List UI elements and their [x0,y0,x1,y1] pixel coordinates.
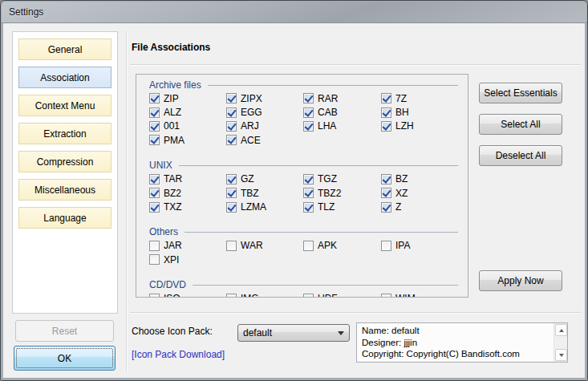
checkbox-item-iso[interactable]: ISO [149,292,226,298]
checkbox-item-cab[interactable]: CAB [303,105,381,119]
apply-now-button[interactable]: Apply Now [479,270,562,291]
checkbox-label: APK [318,240,337,251]
checked-checkbox-icon[interactable] [381,188,391,198]
reset-button[interactable]: Reset [15,320,114,342]
checkbox-item-pma[interactable]: PMA [149,133,226,147]
checkbox-item-apk[interactable]: APK [303,239,381,253]
checkbox-label: XZ [395,188,408,199]
checkbox-label: LZMA [241,201,266,213]
sidebar-item-language[interactable]: Language [18,207,112,229]
checkbox-label: TLZ [318,201,335,213]
unchecked-checkbox-icon[interactable] [149,241,160,251]
checked-checkbox-icon[interactable] [149,174,160,184]
sidebar-item-context-menu[interactable]: Context Menu [18,95,112,116]
checked-checkbox-icon[interactable] [149,202,160,213]
unchecked-checkbox-icon[interactable] [149,254,160,265]
checkbox-item-7z[interactable]: 7Z [381,91,468,105]
checkbox-item-001[interactable]: 001 [149,120,226,133]
unchecked-checkbox-icon[interactable] [226,294,237,298]
checkbox-item-xz[interactable]: XZ [381,186,468,200]
info-scrollbar[interactable] [554,323,567,362]
checked-checkbox-icon[interactable] [381,202,391,213]
checkbox-item-lha[interactable]: LHA [303,120,381,133]
select-essentials-button[interactable]: Select Essentials [479,83,562,103]
checkbox-label: IMG [241,293,259,298]
checked-checkbox-icon[interactable] [149,93,160,103]
checked-checkbox-icon[interactable] [303,107,314,118]
checkbox-item-z[interactable]: Z [381,200,468,213]
ok-button[interactable]: OK [14,346,116,371]
checked-checkbox-icon[interactable] [303,174,314,184]
checkbox-item-bz2[interactable]: BZ2 [149,186,226,200]
checked-checkbox-icon[interactable] [149,121,160,132]
sidebar-item-compression[interactable]: Compression [18,151,112,172]
checked-checkbox-icon[interactable] [303,121,314,132]
checkbox-item-tar[interactable]: TAR [149,172,226,186]
unchecked-checkbox-icon[interactable] [149,294,160,298]
checkbox-item-udf[interactable]: UDF [303,292,381,298]
checkbox-item-arj[interactable]: ARJ [226,120,303,133]
checkbox-item-img[interactable]: IMG [226,292,303,298]
unchecked-checkbox-icon[interactable] [381,294,391,298]
titlebar[interactable]: Settings [2,2,586,23]
checkbox-item-lzh[interactable]: LZH [381,120,468,133]
checkbox-item-lzma[interactable]: LZMA [226,200,303,213]
icon-pack-dropdown[interactable]: default [237,324,350,342]
checkbox-item-zip[interactable]: ZIP [149,91,226,105]
checkbox-item-jar[interactable]: JAR [149,239,226,253]
triangle-down-icon [559,354,564,357]
checked-checkbox-icon[interactable] [226,135,237,145]
checkbox-item-rar[interactable]: RAR [303,91,381,105]
checkbox-item-alz[interactable]: ALZ [149,105,226,119]
checkbox-item-bh[interactable]: BH [381,105,468,119]
checked-checkbox-icon[interactable] [381,121,391,132]
checked-checkbox-icon[interactable] [303,188,314,198]
sidebar-item-extraction[interactable]: Extraction [18,123,112,144]
info-line: Designer: jjjin [362,337,549,349]
unchecked-checkbox-icon[interactable] [303,241,314,251]
checkbox-item-bz[interactable]: BZ [381,172,468,186]
checked-checkbox-icon[interactable] [149,107,160,118]
checked-checkbox-icon[interactable] [381,107,391,118]
checked-checkbox-icon[interactable] [226,174,237,184]
checked-checkbox-icon[interactable] [303,202,314,213]
scroll-up-button[interactable] [555,324,567,336]
checkbox-item-txz[interactable]: TXZ [149,200,226,213]
checked-checkbox-icon[interactable] [381,93,391,103]
checked-checkbox-icon[interactable] [149,135,160,145]
checkbox-item-zipx[interactable]: ZIPX [226,91,303,105]
checkbox-item-tbz[interactable]: TBZ [226,186,303,200]
sidebar-item-association[interactable]: Association [18,67,112,88]
checked-checkbox-icon[interactable] [226,93,237,103]
unchecked-checkbox-icon[interactable] [303,294,314,298]
sidebar-item-miscellaneous[interactable]: Miscellaneous [18,179,112,201]
checked-checkbox-icon[interactable] [303,93,314,103]
checked-checkbox-icon[interactable] [226,107,237,118]
section-title: Others [149,226,178,237]
checkbox-label: ALZ [164,107,181,118]
checkbox-item-tlz[interactable]: TLZ [303,200,381,213]
unchecked-checkbox-icon[interactable] [381,241,391,251]
select-all-button[interactable]: Select All [479,114,562,135]
checkbox-item-egg[interactable]: EGG [226,105,303,119]
checkbox-item-xpi[interactable]: XPI [149,253,226,266]
checkbox-item-tgz[interactable]: TGZ [303,172,381,186]
checkbox-item-tbz2[interactable]: TBZ2 [303,186,381,200]
checkbox-item-ipa[interactable]: IPA [381,239,468,253]
checked-checkbox-icon[interactable] [226,121,237,132]
checked-checkbox-icon[interactable] [149,188,160,198]
checkbox-item-wim[interactable]: WIM [381,292,468,298]
checkbox-item-gz[interactable]: GZ [226,172,303,186]
checkbox-label: 001 [164,120,180,132]
scroll-down-button[interactable] [555,349,567,361]
unchecked-checkbox-icon[interactable] [226,241,237,251]
checked-checkbox-icon[interactable] [226,202,237,213]
checked-checkbox-icon[interactable] [381,174,391,184]
icon-pack-download-link[interactable]: [Icon Pack Download] [132,349,225,360]
vertical-separator [126,31,128,371]
checkbox-item-ace[interactable]: ACE [226,133,303,147]
sidebar-item-general[interactable]: General [18,39,112,60]
checked-checkbox-icon[interactable] [226,188,237,198]
checkbox-item-war[interactable]: WAR [226,239,303,253]
deselect-all-button[interactable]: Deselect All [479,145,562,166]
